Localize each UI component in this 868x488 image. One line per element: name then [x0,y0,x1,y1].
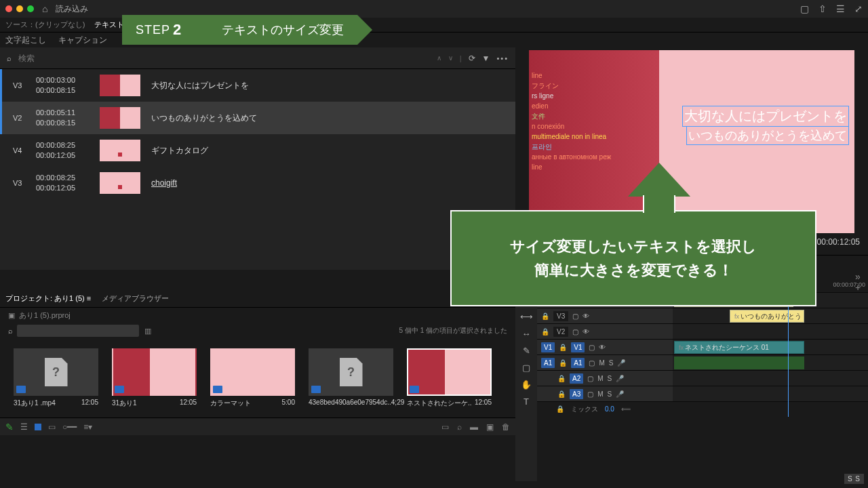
workspace-tab[interactable]: 読み込み [56,3,88,15]
menu-icon[interactable]: ☰ [836,3,845,14]
thumbnail [100,75,140,96]
thumbnail [100,107,140,129]
mix-track[interactable]: 🔒ミックス0.0⟸ [537,401,868,416]
slip-tool-icon[interactable]: ↔ [522,329,531,339]
rectangle-tool-icon[interactable]: ▢ [522,363,530,373]
track-a1[interactable]: A1🔒A1▢MS🎤 [537,354,868,370]
program-canvas[interactable]: lineフラインrs ligneedien文件n conexiónmultime… [529,50,854,233]
prev-icon[interactable]: ∧ [437,54,441,62]
project-tabs: プロジェクト: あり1 (5) ≡ メディアブラウザー [0,290,515,308]
text-tab[interactable]: テキスト [94,20,124,30]
razor-tool-icon[interactable]: ⟷ [520,312,533,322]
folder-icon[interactable]: ▥ [144,327,151,336]
zoom-slider[interactable]: ○━━ [62,422,77,432]
track-v3[interactable]: 🔒V3▢👁 fxいつものありがとう [537,308,868,323]
source-tab[interactable]: ソース：(クリップなし) [5,20,85,30]
list-view-icon[interactable]: ☰ [20,422,28,432]
window-controls[interactable] [5,5,34,12]
project-tab[interactable]: プロジェクト: あり1 (5) ≡ [5,293,91,304]
refresh-icon[interactable]: ⟳ [469,54,475,63]
track-v2[interactable]: 🔒V2▢👁 [537,323,868,339]
bin-item[interactable]: ? 43e8bed490a6e0e7954dc..4;29 [309,348,393,418]
thumbnail [100,140,140,161]
trash-icon[interactable]: 🗑 [502,422,510,432]
bin-item[interactable]: ネストされたシーケ..12:05 [407,348,492,418]
hand-tool-icon[interactable]: ✋ [521,380,532,390]
track-a2[interactable]: 🔒A2▢MS🎤 [537,370,868,386]
pen-tool-icon[interactable]: ✎ [523,346,530,356]
search-icon: ⌕ [8,327,13,335]
program-duration: 00:00:12:05 [817,237,860,247]
search-icon: ⌕ [7,54,12,62]
project-search-input[interactable] [17,325,139,337]
title-text-selected[interactable]: 大切な人にはプレゼントを [682,106,849,127]
freeform-icon[interactable]: ▭ [48,422,56,432]
folder-icon: ▣ [8,311,15,320]
text-row[interactable]: V2 00:00:05:1100:00:08:15 いつものありがとうを込めて [0,102,515,134]
text-row[interactable]: V4 00:00:08:2500:00:12:05 ギフトカタログ [0,134,515,167]
new-item-icon[interactable]: ▣ [486,422,494,432]
fullscreen-icon[interactable]: ⤢ [854,3,863,14]
find-icon[interactable]: ⌕ [457,422,462,432]
selection-info: 5 個中 1 個の項目が選択されました [399,326,507,336]
subtitle-text-selected[interactable]: いつものありがとうを込めて [686,126,849,145]
search-input[interactable] [18,54,430,63]
text-row[interactable]: V3 00:00:03:0000:00:08:15 大切な人にはプレゼントを [0,69,515,102]
callout-box: サイズ変更したいテキストを選択し簡単に大きさを変更できる！ [450,210,816,306]
share-icon[interactable]: ⇧ [818,3,827,14]
media-browser-tab[interactable]: メディアブラウザー [102,293,169,304]
type-tool-icon[interactable]: T [524,396,529,407]
track-a3[interactable]: 🔒A3▢MS🎤 [537,386,868,401]
icon-view-icon[interactable] [35,424,41,430]
offline-media-text: lineフラインrs ligneedien文件n conexiónmultime… [532,70,611,172]
home-icon[interactable]: ⌂ [42,3,47,14]
filter-icon[interactable]: ▼ [482,54,490,63]
sort-icon[interactable]: ≡▾ [83,422,92,432]
project-toolbar: ✎ ☰ ▭ ○━━ ≡▾ ▭ ⌕ ▬ ▣ 🗑 [0,418,515,435]
text-row[interactable]: V3 00:00:08:2500:00:12:05 choigift [0,167,515,199]
project-search-row: ⌕ ▥ 5 個中 1 個の項目が選択されました [0,323,515,339]
bin-item[interactable]: 31あり112:05 [112,348,197,418]
automate-icon[interactable]: ▭ [441,422,449,432]
side-controls[interactable]: »+ [848,271,868,293]
text-list: V3 00:00:03:0000:00:08:15 大切な人にはプレゼントを V… [0,69,515,270]
panel-resizer[interactable] [0,270,515,290]
thumbnail [100,172,140,194]
project-bin: ? 31あり1 .mp412:05 31あり112:05 カラーマット5:00 … [0,339,515,418]
text-search-bar: ⌕ ∧ ∨ | ⟳ ▼ ••• [0,47,515,69]
pen-icon[interactable]: ✎ [5,422,14,432]
bin-item[interactable]: カラーマット5:00 [210,348,295,418]
ss-badge: S S [844,474,864,484]
quick-export-icon[interactable]: ▢ [800,3,809,14]
track-v1[interactable]: V1🔒V1▢👁 fxネストされたシーケンス 01 [537,339,868,354]
more-icon[interactable]: ••• [496,54,509,62]
bin-item[interactable]: ? 31あり1 .mp412:05 [14,348,98,418]
new-bin-icon[interactable]: ▬ [470,422,478,432]
caption-tab[interactable]: キャプション [58,35,107,46]
project-path: ▣ あり1 (5).prproj [0,308,515,323]
step-banner: STEP 2 テキストのサイズ変更 [122,15,357,45]
next-icon[interactable]: ∨ [448,54,453,62]
transcript-tab[interactable]: 文字起こし [5,35,46,46]
arrow-up-icon [628,163,690,197]
